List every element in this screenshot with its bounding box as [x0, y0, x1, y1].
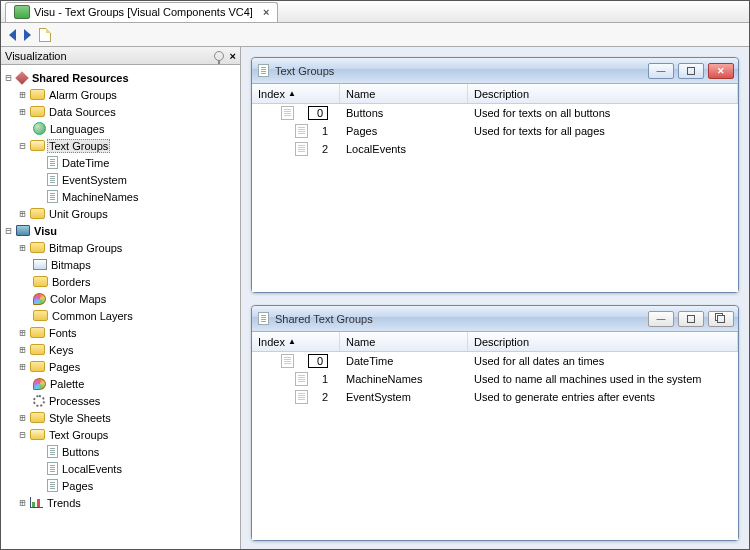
pin-icon[interactable] [214, 51, 224, 61]
globe-icon [33, 122, 46, 135]
tree-item[interactable]: Processes [3, 392, 238, 409]
window-titlebar[interactable]: Text Groups — ✕ [252, 58, 738, 84]
tree-leaf[interactable]: Buttons [3, 443, 238, 460]
table-row[interactable]: 1PagesUsed for texts for all pages [252, 122, 738, 140]
tree-item-unit-groups[interactable]: ⊞Unit Groups [3, 205, 238, 222]
col-name[interactable]: Name [340, 332, 468, 351]
tree-leaf[interactable]: Pages [3, 477, 238, 494]
new-document-icon[interactable] [39, 28, 51, 42]
tree-leaf[interactable]: DateTime [3, 154, 238, 171]
tree-item[interactable]: Bitmaps [3, 256, 238, 273]
tree-item[interactable]: ⊞Style Sheets [3, 409, 238, 426]
cell-description: Used to generate entries after events [468, 391, 738, 403]
close-button[interactable]: ✕ [708, 63, 734, 79]
tree-item-text-groups-visu[interactable]: ⊟Text Groups [3, 426, 238, 443]
twisty-icon[interactable]: ⊟ [3, 225, 14, 236]
table-row[interactable]: 1MachineNamesUsed to name all machines u… [252, 370, 738, 388]
tree-item-text-groups-shared[interactable]: ⊟Text Groups [3, 137, 238, 154]
chart-icon [30, 497, 43, 508]
cell-name: MachineNames [340, 373, 468, 385]
tree-root-visu[interactable]: ⊟Visu [3, 222, 238, 239]
square-icon [687, 67, 695, 75]
twisty-icon[interactable]: ⊞ [17, 106, 28, 117]
cell-index: 0 [308, 354, 328, 368]
grid-body[interactable]: 0DateTimeUsed for all dates an times1Mac… [252, 352, 738, 540]
tree-item-data-sources[interactable]: ⊞Data Sources [3, 103, 238, 120]
minimize-button[interactable]: — [648, 63, 674, 79]
tree-leaf[interactable]: MachineNames [3, 188, 238, 205]
tree-item[interactable]: Palette [3, 375, 238, 392]
document-tabbar: Visu - Text Groups [Visual Components VC… [1, 1, 749, 23]
cell-index: 2 [322, 391, 328, 403]
tree-item[interactable]: ⊞Pages [3, 358, 238, 375]
twisty-icon[interactable]: ⊞ [17, 361, 28, 372]
cell-description: Used for texts for all pages [468, 125, 738, 137]
maximize-button[interactable] [678, 63, 704, 79]
twisty-icon[interactable]: ⊞ [17, 344, 28, 355]
col-index[interactable]: Index▲ [252, 332, 340, 351]
table-row[interactable]: 2EventSystemUsed to generate entries aft… [252, 388, 738, 406]
document-icon [47, 173, 58, 186]
package-icon [15, 71, 29, 85]
col-description[interactable]: Description [468, 84, 738, 103]
palette-icon [33, 293, 46, 305]
folder-icon [30, 344, 45, 355]
tree: ⊟Shared Resources ⊞Alarm Groups ⊞Data So… [1, 65, 240, 550]
document-icon [47, 479, 58, 492]
twisty-icon[interactable]: ⊞ [17, 242, 28, 253]
tree-item[interactable]: ⊞Fonts [3, 324, 238, 341]
document-tab[interactable]: Visu - Text Groups [Visual Components VC… [5, 2, 278, 22]
nav-forward-icon[interactable] [24, 29, 31, 41]
cell-index: 2 [322, 143, 328, 155]
tab-close-icon[interactable]: × [263, 6, 269, 18]
cell-name: Buttons [340, 107, 468, 119]
window-shared-text-groups: Shared Text Groups — Index▲ Name Descrip… [251, 305, 739, 541]
tree-item-alarm-groups[interactable]: ⊞Alarm Groups [3, 86, 238, 103]
tree-root-shared[interactable]: ⊟Shared Resources [3, 69, 238, 86]
twisty-icon[interactable]: ⊞ [17, 412, 28, 423]
table-row[interactable]: 2LocalEvents [252, 140, 738, 158]
col-index[interactable]: Index▲ [252, 84, 340, 103]
close-button[interactable] [708, 311, 734, 327]
document-icon [258, 312, 269, 325]
col-name[interactable]: Name [340, 84, 468, 103]
folder-icon [30, 412, 45, 423]
cell-description: Used for all dates an times [468, 355, 738, 367]
twisty-icon[interactable]: ⊟ [17, 429, 28, 440]
twisty-icon[interactable]: ⊟ [3, 72, 14, 83]
twisty-icon[interactable]: ⊞ [17, 497, 28, 508]
table-row[interactable]: 0ButtonsUsed for texts on all buttons [252, 104, 738, 122]
grid-header: Index▲ Name Description [252, 332, 738, 352]
table-row[interactable]: 0DateTimeUsed for all dates an times [252, 352, 738, 370]
window-text-groups: Text Groups — ✕ Index▲ Name Description … [251, 57, 739, 293]
window-title: Text Groups [275, 65, 334, 77]
tree-item-languages[interactable]: Languages [3, 120, 238, 137]
cell-index: 1 [322, 125, 328, 137]
grid-body[interactable]: 0ButtonsUsed for texts on all buttons1Pa… [252, 104, 738, 292]
sort-asc-icon: ▲ [288, 89, 296, 98]
tree-leaf[interactable]: LocalEvents [3, 460, 238, 477]
nav-back-icon[interactable] [9, 29, 16, 41]
tree-item[interactable]: ⊞Bitmap Groups [3, 239, 238, 256]
twisty-icon[interactable]: ⊞ [17, 208, 28, 219]
sort-asc-icon: ▲ [288, 337, 296, 346]
sidebar-close-icon[interactable]: × [230, 50, 236, 62]
tree-item[interactable]: Common Layers [3, 307, 238, 324]
document-icon [295, 124, 308, 138]
document-icon [258, 64, 269, 77]
tree-item[interactable]: ⊞Trends [3, 494, 238, 511]
twisty-icon[interactable]: ⊟ [17, 140, 28, 151]
palette-icon [33, 378, 46, 390]
window-titlebar[interactable]: Shared Text Groups — [252, 306, 738, 332]
tree-item[interactable]: Color Maps [3, 290, 238, 307]
minimize-button[interactable]: — [648, 311, 674, 327]
tree-leaf[interactable]: EventSystem [3, 171, 238, 188]
folder-icon [30, 242, 45, 253]
maximize-button[interactable] [678, 311, 704, 327]
window-title: Shared Text Groups [275, 313, 373, 325]
col-description[interactable]: Description [468, 332, 738, 351]
tree-item[interactable]: Borders [3, 273, 238, 290]
tree-item[interactable]: ⊞Keys [3, 341, 238, 358]
twisty-icon[interactable]: ⊞ [17, 89, 28, 100]
twisty-icon[interactable]: ⊞ [17, 327, 28, 338]
